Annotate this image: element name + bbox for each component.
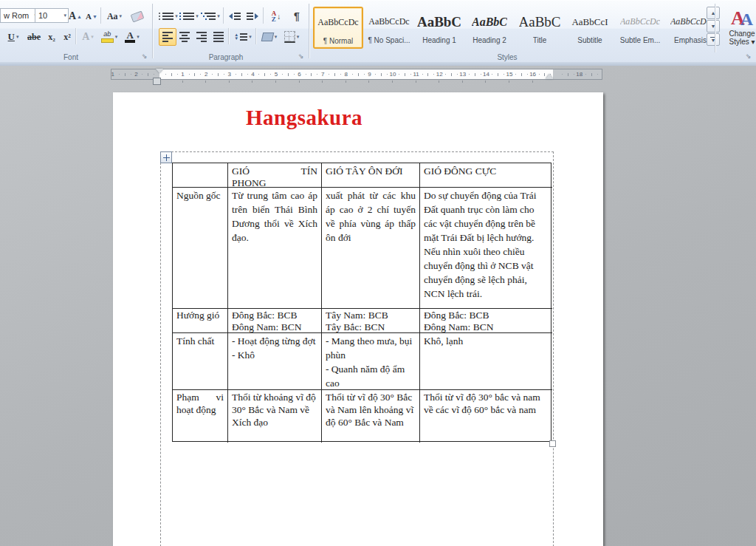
- text-effects-button[interactable]: A▾: [78, 28, 97, 46]
- clear-formatting-button[interactable]: [127, 7, 148, 25]
- right-indent-marker[interactable]: [546, 74, 553, 79]
- decrease-indent-button[interactable]: [226, 7, 244, 25]
- align-right-icon: [196, 32, 207, 42]
- shading-button[interactable]: ▾: [258, 28, 281, 46]
- ruler-mark: [306, 74, 306, 75]
- table-cell[interactable]: Khô, lạnh: [420, 333, 552, 390]
- document-title[interactable]: Hangsakura: [246, 106, 362, 130]
- ruler-mark: 18: [576, 71, 583, 78]
- line-spacing-button[interactable]: ▲▼ ▾: [231, 28, 255, 46]
- style-item-subtitle[interactable]: AaBbCcISubtitle: [566, 7, 614, 47]
- subscript-button[interactable]: x₂: [44, 28, 60, 46]
- table-header-cell[interactable]: GIÓ TÂY ÔN ĐỚI: [322, 163, 420, 188]
- text-effects-icon: A: [82, 31, 89, 43]
- table-cell[interactable]: Thổi từ khoảng vĩ độ 30° Bắc và Nam về X…: [228, 390, 322, 443]
- ruler-mark: [562, 74, 563, 75]
- highlight-color-button[interactable]: ab ▾: [97, 28, 121, 46]
- font-dialog-launcher[interactable]: ⇘: [141, 52, 150, 61]
- ruler-mark: [189, 74, 190, 75]
- document-page: Hangsakura GIÓTÍNPHONGGIÓ TÂY ÔN ĐỚIGIÓ …: [113, 92, 603, 546]
- style-item-no-spaci[interactable]: AaBbCcDc¶ No Spaci...: [365, 7, 413, 47]
- ruler-mark: [352, 74, 353, 75]
- table-cell[interactable]: Đông Bắc: BCB Đông Nam: BCN: [228, 309, 322, 333]
- table-cell[interactable]: Do sự chuyển động của Trái Đất quanh trụ…: [420, 188, 552, 309]
- table-cell[interactable]: Tây Nam: BCB Tây Bắc: BCN: [322, 309, 420, 333]
- ruler-mark: 12: [436, 71, 443, 78]
- table-cell[interactable]: - Mang theo mưa, bụi phùn - Quanh năm độ…: [322, 333, 420, 390]
- first-line-indent-marker[interactable]: [156, 69, 163, 73]
- change-styles-button[interactable]: A A Change Styles ▾: [722, 4, 756, 54]
- table-label-cell[interactable]: Tính chất: [173, 333, 228, 390]
- ruler-mark: [125, 73, 126, 76]
- ruler-mark: [457, 74, 458, 75]
- style-item-heading-1[interactable]: AaBbCHeading 1: [415, 7, 464, 47]
- increase-indent-button[interactable]: [243, 7, 262, 25]
- table-cell[interactable]: - Hoạt động từng đợt - Khô: [228, 333, 322, 390]
- bullets-button[interactable]: ▾: [158, 7, 179, 25]
- style-item-heading-2[interactable]: AaBbCHeading 2: [465, 7, 514, 47]
- table-move-handle[interactable]: [160, 151, 172, 163]
- ruler-mark: [171, 73, 172, 76]
- ruler-mark: 14: [483, 71, 489, 78]
- table-label-cell[interactable]: Nguồn gốc: [173, 188, 228, 309]
- ruler-mark: [568, 73, 568, 76]
- style-preview: AaBbCcI: [571, 7, 608, 36]
- ruler-mark: [399, 74, 399, 75]
- table-cell[interactable]: Thổi từ vĩ độ 30° bắc và nam về các vĩ đ…: [420, 390, 552, 443]
- styles-more-button[interactable]: ▼: [707, 33, 720, 46]
- font-name-select[interactable]: w Rom▾: [0, 8, 39, 23]
- change-case-button[interactable]: Aa▾: [103, 7, 126, 25]
- ruler-mark: [364, 74, 365, 75]
- ruler-mark: [212, 74, 213, 75]
- multilevel-list-button[interactable]: ▾: [199, 7, 221, 25]
- ruler-mark: 6: [298, 71, 300, 78]
- table-resize-handle[interactable]: [549, 440, 556, 447]
- ruler-tab-ticks: [111, 81, 602, 85]
- ruler-mark: [521, 73, 522, 76]
- ribbon: w Rom▾ 10▾ A▲ A▼ Aa▾ U▾ abe: [0, 0, 756, 63]
- styles-scroll-down-button[interactable]: ▼: [707, 20, 720, 33]
- styles-scroll-up-button[interactable]: ▲: [707, 7, 720, 19]
- table-header-cell[interactable]: [173, 163, 228, 188]
- line-spacing-icon: ▲▼: [234, 33, 247, 41]
- style-item-normal[interactable]: AaBbCcDc¶ Normal: [313, 7, 363, 49]
- change-styles-icon: A A: [731, 4, 753, 30]
- table-cell[interactable]: Thổi từ vĩ độ 30° Bắc và Nam lên khoảng …: [322, 390, 420, 443]
- grow-font-button[interactable]: A▲: [66, 7, 84, 25]
- style-item-title[interactable]: AaBbCTitle: [515, 7, 564, 47]
- table-label-cell[interactable]: Hướng gió: [173, 309, 228, 333]
- ruler-mark: [154, 74, 154, 75]
- style-label: ¶ No Spaci...: [368, 36, 410, 44]
- align-center-button[interactable]: [176, 28, 193, 46]
- underline-button[interactable]: U▾: [3, 28, 24, 46]
- numbering-button[interactable]: ▾: [179, 7, 199, 25]
- style-item-subtle-em[interactable]: AaBbCcDcSubtle Em...: [616, 7, 664, 47]
- table-header-cell[interactable]: GIÓ ĐÔNG CỰC: [420, 163, 552, 188]
- ruler-mark: [387, 74, 388, 75]
- show-hide-marks-button[interactable]: ¶: [288, 7, 306, 25]
- align-left-button[interactable]: [159, 28, 176, 46]
- superscript-button[interactable]: x²: [59, 28, 75, 46]
- ruler-mark: [539, 74, 540, 75]
- ruler-mark: [247, 74, 248, 75]
- justify-button[interactable]: [210, 28, 227, 46]
- ruler-mark: [445, 74, 446, 75]
- table-cell[interactable]: xuất phát từ các khu áp cao ở 2 chí tuyế…: [322, 188, 420, 309]
- borders-button[interactable]: ▾: [281, 28, 303, 46]
- styles-dialog-launcher[interactable]: ⇘: [745, 52, 754, 61]
- table-label-cell[interactable]: Phạmvihoạt động: [173, 390, 228, 443]
- ruler[interactable]: 211234567891011121314151618: [111, 69, 602, 80]
- table-cell[interactable]: Từ trung tâm cao áp trên biển Thái Bình …: [228, 188, 322, 309]
- strikethrough-button[interactable]: abe: [24, 28, 44, 46]
- shrink-font-button[interactable]: A▼: [83, 7, 100, 25]
- sort-button[interactable]: AZ ↓: [266, 7, 286, 25]
- font-size-select[interactable]: 10▾: [35, 8, 69, 23]
- style-preview: AaBbC: [417, 7, 461, 36]
- table-cell[interactable]: Đông Bắc: BCB Đông Nam: BCN: [420, 309, 552, 333]
- font-color-button[interactable]: A ▾: [121, 28, 143, 46]
- table-header-cell[interactable]: GIÓTÍNPHONG: [228, 163, 322, 188]
- styles-gallery-scroll: ▲ ▼ ▼: [707, 7, 719, 47]
- ruler-mark: [550, 74, 551, 75]
- align-right-button[interactable]: [193, 28, 210, 46]
- paragraph-dialog-launcher[interactable]: ⇘: [298, 52, 306, 61]
